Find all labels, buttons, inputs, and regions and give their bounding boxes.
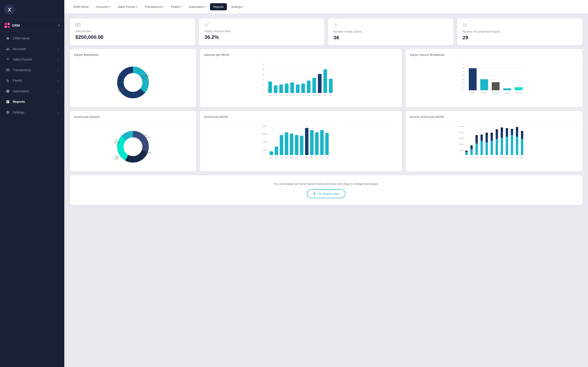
crm-section[interactable]: CRM ▾: [0, 19, 64, 31]
svg-text:Sep: Sep: [310, 156, 314, 158]
svg-text:Mar: Mar: [475, 156, 478, 158]
svg-text:13.1%: 13.1%: [144, 136, 150, 139]
topnav-settings[interactable]: Settings ▾: [228, 3, 247, 10]
svg-rect-150: [491, 135, 493, 141]
topnav-sales-funnel-label: Sales Funnel: [118, 5, 135, 8]
inquiry-source-card: Inquiry Source Breakdown 70 60 50 40 30 …: [406, 49, 582, 107]
svg-text:Q3: Q3: [116, 155, 118, 158]
sales-funnel-nav-chevron: ▾: [136, 6, 137, 8]
topnav-reports-label: Reports: [213, 5, 224, 8]
svg-text:Jul: Jul: [496, 156, 498, 158]
svg-rect-169: [521, 131, 523, 133]
pin-icon: [313, 192, 316, 195]
svg-text:Nov: Nov: [515, 156, 519, 158]
svg-text:Sep: Sep: [505, 156, 508, 158]
automation-icon: [6, 89, 10, 93]
svg-rect-135: [465, 151, 468, 152]
sidebar-item-accounts[interactable]: Accounts ›: [0, 44, 64, 54]
svg-rect-143: [480, 141, 483, 155]
svg-rect-140: [475, 143, 478, 155]
topnav-sales-funnel[interactable]: Sales Funnel ▾: [114, 3, 140, 10]
svg-text:40000: 40000: [262, 125, 268, 127]
stat-card-inquiry-success: Inquiry Success Rate 36.2%: [199, 18, 324, 45]
inquiry-breakdown-card: Inquiry Breakdown Booked 36.2% Flopped 6…: [70, 49, 196, 107]
topnav-transactions[interactable]: Transactions ▾: [141, 3, 167, 10]
inquiries-per-month-title: Inquiries per Month: [204, 53, 398, 59]
money-icon: [75, 23, 190, 28]
svg-rect-33: [312, 78, 316, 93]
svg-rect-142: [475, 135, 478, 138]
svg-rect-109: [325, 133, 329, 155]
topnav-settings-label: Settings: [231, 5, 242, 8]
topnav-automation[interactable]: Automation ▾: [185, 3, 209, 10]
crm-icon: [5, 23, 10, 28]
svg-rect-100: [280, 135, 283, 155]
automation-nav-chevron: ▾: [205, 6, 206, 8]
svg-rect-162: [511, 130, 513, 135]
app-logo[interactable]: [5, 5, 15, 15]
svg-text:0: 0: [462, 89, 464, 91]
crm-chevron: ▾: [58, 24, 60, 27]
sidebar-logo: [0, 0, 64, 19]
topnav-accounts-label: Accounts: [96, 5, 108, 8]
svg-rect-99: [275, 147, 278, 155]
sidebar-item-automation[interactable]: Automation ›: [0, 86, 64, 96]
svg-text:Oct: Oct: [511, 156, 513, 158]
svg-text:28%: 28%: [115, 158, 119, 160]
svg-text:Apr: Apr: [285, 156, 288, 158]
inquiry-source-chart: 70 60 50 40 30 20 10 0: [410, 62, 578, 96]
svg-text:10: 10: [462, 85, 464, 87]
sidebar-label-transactions: Transactions: [13, 68, 31, 72]
sidebar-item-transactions[interactable]: Transactions ›: [0, 65, 64, 75]
sidebar-item-sales-funnel[interactable]: Sales Funnel ›: [0, 54, 64, 65]
svg-rect-152: [496, 139, 498, 155]
topnav-accounts[interactable]: Accounts ▾: [93, 3, 114, 10]
svg-text:Jan: Jan: [270, 156, 273, 158]
svg-text:28.6%: 28.6%: [145, 152, 151, 154]
svg-rect-166: [516, 127, 518, 130]
topnav-reports[interactable]: Reports: [210, 3, 227, 10]
svg-text:10: 10: [262, 83, 264, 86]
sidebar-label-reports: Reports: [13, 100, 25, 104]
transactions-nav-chevron: ▾: [162, 6, 164, 8]
sidebar: CRM ▾ CRM Home Accounts ›: [0, 0, 64, 367]
svg-rect-101: [285, 132, 288, 155]
stat-label-total-income: Total Income: [75, 30, 190, 33]
svg-text:Jun: Jun: [490, 156, 493, 158]
stat-label-new-clients: Number of New Clients: [333, 30, 448, 33]
pin-report-button[interactable]: Pin Report Here: [307, 189, 345, 198]
income-source-card: Income Source per Month 50000 40000 3000…: [406, 111, 582, 172]
svg-text:Jan: Jan: [269, 94, 272, 96]
sidebar-label-feeds: Feeds: [13, 79, 22, 83]
svg-rect-163: [511, 129, 513, 130]
svg-rect-141: [475, 138, 478, 143]
svg-rect-144: [480, 136, 483, 141]
svg-rect-34: [318, 74, 322, 93]
svg-text:Q2: Q2: [145, 150, 148, 152]
topnav-crm-home[interactable]: CRM Home: [70, 3, 92, 10]
topnav-feeds[interactable]: Feeds ▾: [168, 3, 184, 10]
feeds-nav-chevron: ▾: [180, 6, 181, 8]
svg-rect-156: [501, 131, 503, 138]
inquiry-source-title: Inquiry Source Breakdown: [410, 53, 578, 59]
settings-nav-chevron: ▾: [243, 6, 244, 8]
sidebar-item-settings[interactable]: Settings ›: [0, 107, 64, 117]
svg-text:Feb: Feb: [275, 156, 278, 158]
settings-chevron: ›: [58, 111, 59, 114]
svg-text:Feb: Feb: [274, 94, 277, 96]
svg-text:70: 70: [462, 63, 464, 66]
svg-text:May: May: [290, 94, 294, 96]
svg-text:40: 40: [462, 75, 464, 76]
svg-text:Booked: Booked: [142, 75, 149, 77]
person-icon: [333, 23, 448, 28]
svg-text:20000: 20000: [459, 143, 464, 145]
svg-text:30: 30: [462, 78, 464, 80]
sidebar-item-feeds[interactable]: Feeds ›: [0, 75, 64, 86]
svg-text:Instagram: Instagram: [491, 92, 500, 94]
svg-rect-151: [491, 133, 493, 135]
sidebar-item-reports[interactable]: Reports: [0, 96, 64, 107]
svg-rect-139: [470, 145, 473, 147]
svg-text:40000: 40000: [459, 131, 464, 133]
sidebar-item-crm-home[interactable]: CRM Home: [0, 33, 64, 44]
svg-rect-137: [470, 149, 473, 155]
